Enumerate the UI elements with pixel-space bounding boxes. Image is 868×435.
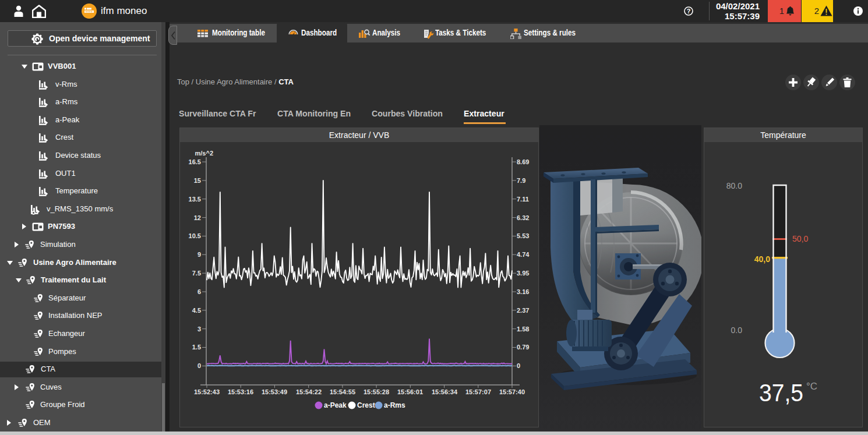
svg-text:?: ?	[687, 8, 691, 15]
